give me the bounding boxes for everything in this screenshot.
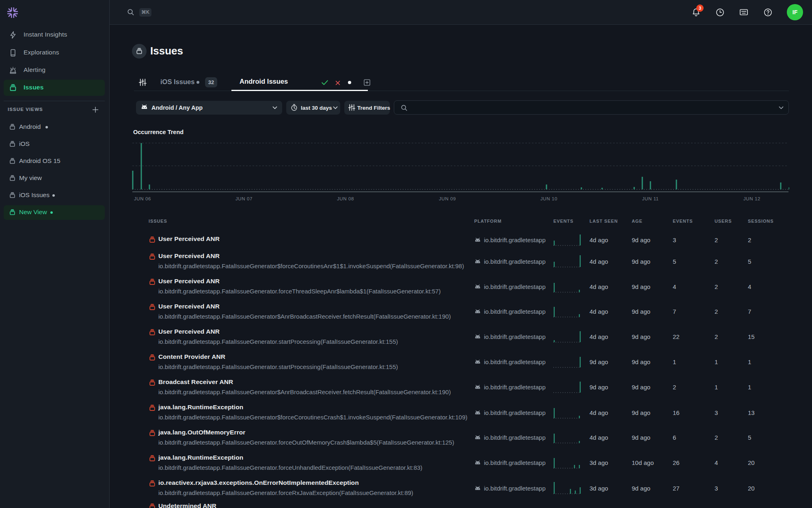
- svg-text:JUN 08: JUN 08: [337, 196, 354, 201]
- svg-text:JUN 11: JUN 11: [642, 196, 659, 201]
- svg-text:JUN 07: JUN 07: [235, 196, 253, 201]
- svg-text:JUN 06: JUN 06: [134, 196, 151, 201]
- svg-text:JUN 12: JUN 12: [743, 196, 760, 201]
- svg-text:JUN 09: JUN 09: [439, 196, 456, 201]
- svg-text:JUN 10: JUN 10: [540, 196, 557, 201]
